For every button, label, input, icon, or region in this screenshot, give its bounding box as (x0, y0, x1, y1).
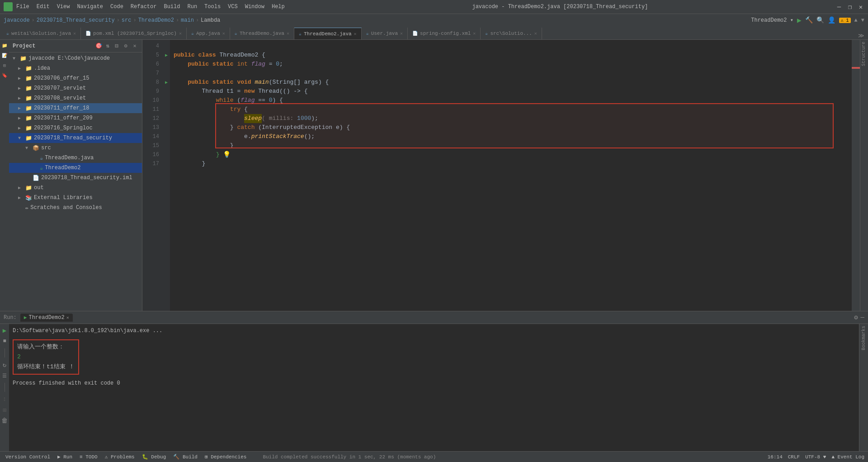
tab-close-srcsolution[interactable]: ✕ (534, 31, 537, 36)
run-scroll-btn[interactable]: ↕ (0, 395, 9, 404)
tree-external-libs[interactable]: ▶ 📚 External Libraries (9, 193, 142, 203)
tree-thread-security[interactable]: ▼ 📁 20230718_Thread_security (9, 133, 142, 143)
menu-edit[interactable]: Edit (37, 4, 50, 10)
status-crlf[interactable]: CRLF (788, 454, 800, 460)
tab-close-pom[interactable]: ✕ (179, 31, 182, 36)
tab-springconfig[interactable]: 📄 spring-config.xml ✕ (408, 28, 481, 39)
panel-sort-icon[interactable]: ⇅ (104, 43, 111, 50)
breadcrumb-javacode[interactable]: javacode (4, 17, 30, 24)
structure-icon[interactable]: ⊞ (0, 62, 9, 70)
menu-vcs[interactable]: VCS (228, 4, 238, 10)
search-button-toolbar[interactable]: 🔍 (816, 16, 824, 24)
code-editor[interactable]: public class ThreadDemo2 { public static… (170, 40, 852, 311)
run-tab-threaddemo2[interactable]: ▶ ThreadDemo2 ✕ (20, 314, 73, 322)
user-icon-toolbar[interactable]: 👤 (828, 16, 835, 24)
status-debug[interactable]: 🐛 Debug (140, 454, 168, 460)
menu-build[interactable]: Build (164, 4, 180, 10)
run-filter-btn[interactable]: ⊞ (0, 405, 9, 414)
run-button-toolbar[interactable]: ▶ (797, 16, 802, 25)
run-config-selector[interactable]: ThreadDemo2 ▾ (751, 17, 793, 24)
tab-threaddemo[interactable]: ☕ ThreadDemo.java ✕ (230, 28, 294, 39)
tree-scratches[interactable]: ▶ ✏️ Scratches and Consoles (9, 203, 142, 213)
panel-collapse-icon[interactable]: ⊟ (113, 43, 120, 50)
project-tree: ▼ 📁 javacode E:\Code\javacode ▶ 📁 .idea … (9, 52, 142, 311)
status-line-col[interactable]: 16:14 (768, 454, 783, 460)
status-run[interactable]: ▶ Run (56, 454, 74, 460)
panel-header-icons: 🎯 ⇅ ⊟ ⚙ ✕ (95, 43, 138, 50)
panel-close-icon[interactable]: ✕ (131, 43, 138, 50)
tree-src[interactable]: ▼ 📦 src (9, 143, 142, 153)
run-stop-btn[interactable]: ■ (0, 337, 9, 346)
breadcrumb-threaddemo2[interactable]: ThreadDemo2 (138, 17, 174, 24)
menu-run[interactable]: Run (187, 4, 197, 10)
bookmarks-label[interactable]: Bookmarks (860, 324, 867, 352)
structure-label[interactable]: Structure (860, 40, 868, 68)
tree-springloc[interactable]: ▶ 📁 20230716_Springloc (9, 123, 142, 133)
tab-solution[interactable]: ☕ weitai\Solution.java ✕ (2, 28, 81, 39)
tab-close-threaddemo2[interactable]: ✕ (354, 31, 357, 37)
menu-tools[interactable]: Tools (204, 4, 221, 10)
status-problems[interactable]: ⚠ Problems (103, 454, 137, 460)
tree-idea[interactable]: ▶ 📁 .idea (9, 63, 142, 73)
build-button-toolbar[interactable]: 🔨 (805, 16, 813, 24)
tree-threaddemo-file[interactable]: ▶ ☕ ThreadDemo.java (9, 153, 142, 163)
panel-gear-icon[interactable]: ⚙ (122, 43, 129, 50)
run-minimize-icon[interactable]: — (861, 314, 864, 321)
tab-threaddemo2[interactable]: ☕ ThreadDemo2.java ✕ (294, 28, 362, 39)
minimize-button[interactable]: — (835, 3, 843, 10)
status-encoding[interactable]: UTF-8 ♥ (805, 454, 826, 460)
status-todo[interactable]: ≡ TODO (78, 454, 99, 460)
menu-refactor[interactable]: Refactor (131, 4, 157, 10)
run-content: ▶ ■ ↻ ☰ ↕ ⊞ 🗑 D:\Software\java\jdk1.8.0_… (0, 324, 868, 451)
run-rerun-btn[interactable]: ↻ (0, 360, 9, 369)
menu-file[interactable]: File (16, 4, 29, 10)
run-output: D:\Software\java\jdk1.8.0_192\bin\java.e… (9, 324, 859, 451)
editor-tab-bar: ☕ weitai\Solution.java ✕ 📄 pom.xml (2023… (0, 26, 868, 40)
close-button[interactable]: ✕ (857, 3, 864, 10)
tab-close-springconfig[interactable]: ✕ (473, 31, 476, 36)
breadcrumb-src[interactable]: src (122, 17, 132, 24)
run-tab-close[interactable]: ✕ (66, 315, 69, 320)
status-build[interactable]: 🔨 Build (171, 454, 199, 460)
menu-window[interactable]: Window (245, 4, 264, 10)
arrow-down-toolbar[interactable]: ▼ (861, 17, 864, 24)
run-clear-btn[interactable]: 🗑 (0, 416, 9, 425)
breadcrumb-thread-security[interactable]: 20230718_Thread_security (37, 17, 115, 24)
tree-iml[interactable]: ▶ 📄 20230718_Thread_security.iml (9, 173, 142, 183)
tab-user[interactable]: ☕ User.java ✕ (362, 28, 408, 39)
menu-navigate[interactable]: Navigate (77, 4, 103, 10)
tree-servlet2[interactable]: ▶ 📁 20230708_servlet (9, 93, 142, 103)
menu-view[interactable]: View (57, 4, 70, 10)
project-icon[interactable]: 📁 (0, 42, 9, 50)
tab-close-solution[interactable]: ✕ (73, 31, 76, 36)
run-list-btn[interactable]: ☰ (0, 371, 9, 380)
tree-offer209[interactable]: ▶ 📁 20230711_offer_209 (9, 113, 142, 123)
status-version-control[interactable]: Version Control (4, 454, 52, 460)
tree-root[interactable]: ▼ 📁 javacode E:\Code\javacode (9, 53, 142, 63)
tab-pom[interactable]: 📄 pom.xml (20230716_Springloc) ✕ (81, 28, 187, 39)
panel-locate-icon[interactable]: 🎯 (95, 43, 102, 50)
bookmark-icon-left[interactable]: 🔖 (0, 71, 9, 80)
tab-close-threaddemo[interactable]: ✕ (287, 31, 289, 36)
menu-help[interactable]: Help (272, 4, 285, 10)
tab-srcsolution[interactable]: ☕ src\Solutio... ✕ (481, 28, 542, 39)
tree-offer18[interactable]: ▶ 📁 20230711_offer_18 (9, 103, 142, 113)
tab-more-icon[interactable]: ≫ (858, 32, 864, 39)
status-dependencies[interactable]: ⊞ Dependencies (203, 454, 248, 460)
maximize-button[interactable]: ❐ (846, 3, 854, 10)
bulb-icon[interactable]: 💡 (223, 150, 231, 159)
tab-close-user[interactable]: ✕ (400, 31, 403, 36)
tree-threaddemo2-file[interactable]: ▶ ☕ ThreadDemo2 (9, 163, 142, 173)
run-settings-icon[interactable]: ⚙ (854, 314, 858, 321)
tree-offer15[interactable]: ▶ 📁 20230706_offer_15 (9, 73, 142, 83)
commit-icon[interactable]: 📝 (0, 52, 9, 60)
menu-code[interactable]: Code (110, 4, 123, 10)
tree-servlet1[interactable]: ▶ 📁 20230707_servlet (9, 83, 142, 93)
tab-app[interactable]: ☕ App.java ✕ (187, 28, 230, 39)
breadcrumb-main[interactable]: main (181, 17, 194, 24)
tab-close-app[interactable]: ✕ (222, 31, 225, 36)
status-event-log[interactable]: ▲ Event Log (831, 454, 864, 460)
run-play-btn[interactable]: ▶ (0, 326, 9, 335)
arrow-up-toolbar[interactable]: ▲ (854, 17, 858, 24)
tree-out[interactable]: ▶ 📁 out (9, 183, 142, 193)
